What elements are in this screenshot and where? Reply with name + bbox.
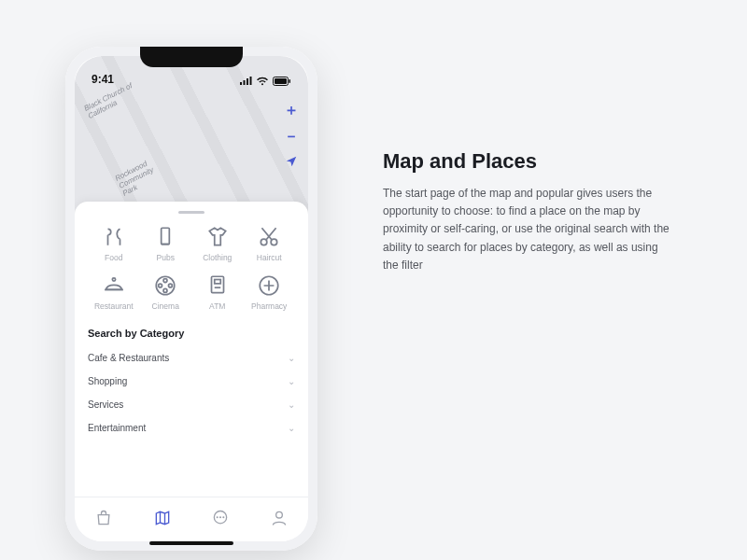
category-row[interactable]: Cafe & Restaurants⌄ bbox=[88, 346, 295, 370]
tab-chat[interactable] bbox=[211, 509, 230, 531]
restaurant-icon bbox=[102, 273, 126, 298]
quick-item-food[interactable]: Food bbox=[88, 225, 140, 262]
quick-category-grid: FoodPubsClothingHaircutRestaurantCinemaA… bbox=[88, 225, 295, 311]
quick-item-label: Food bbox=[105, 253, 122, 262]
atm-icon bbox=[205, 273, 230, 298]
status-icons bbox=[239, 77, 291, 86]
map-controls: ＋ － bbox=[284, 103, 299, 171]
page-body: The start page of the map and popular gi… bbox=[383, 185, 672, 274]
quick-item-atm[interactable]: ATM bbox=[191, 273, 244, 311]
clothing-icon bbox=[205, 225, 230, 249]
quick-item-restaurant[interactable]: Restaurant bbox=[88, 273, 140, 311]
chevron-down-icon: ⌄ bbox=[288, 399, 295, 410]
tab-bar bbox=[75, 497, 308, 541]
category-label: Cafe & Restaurants bbox=[88, 353, 169, 363]
map-icon bbox=[153, 509, 172, 527]
quick-item-label: ATM bbox=[209, 301, 225, 311]
pubs-icon bbox=[153, 225, 177, 249]
category-section-title: Search by Category bbox=[88, 328, 295, 339]
locate-button[interactable] bbox=[285, 155, 298, 171]
quick-item-label: Restaurant bbox=[94, 301, 134, 311]
quick-item-label: Pubs bbox=[157, 253, 175, 262]
tab-user[interactable] bbox=[270, 509, 289, 531]
quick-item-label: Clothing bbox=[203, 253, 232, 262]
tab-bag[interactable] bbox=[94, 509, 113, 531]
quick-item-label: Pharmacy bbox=[251, 301, 287, 311]
chevron-down-icon: ⌄ bbox=[288, 376, 295, 386]
category-label: Services bbox=[88, 399, 123, 410]
battery-icon bbox=[273, 77, 291, 86]
bag-icon bbox=[94, 509, 113, 527]
food-icon bbox=[102, 225, 126, 249]
svg-rect-1 bbox=[275, 78, 287, 84]
chevron-down-icon: ⌄ bbox=[288, 353, 295, 363]
svg-rect-2 bbox=[289, 79, 291, 83]
status-time: 9:41 bbox=[92, 73, 114, 86]
sheet-grabber[interactable] bbox=[178, 211, 204, 214]
category-row[interactable]: Entertainment⌄ bbox=[88, 416, 295, 440]
zoom-in-button[interactable]: ＋ bbox=[284, 103, 299, 118]
map-poi-label: Rockwood Community Park bbox=[114, 159, 159, 198]
places-sheet: FoodPubsClothingHaircutRestaurantCinemaA… bbox=[75, 202, 308, 541]
pharmacy-icon bbox=[257, 273, 281, 298]
wifi-icon bbox=[256, 77, 269, 86]
quick-item-cinema[interactable]: Cinema bbox=[140, 273, 192, 311]
user-icon bbox=[270, 509, 289, 527]
category-list: Cafe & Restaurants⌄Shopping⌄Services⌄Ent… bbox=[88, 346, 295, 440]
map-poi-label: Black Church of California bbox=[83, 82, 137, 120]
quick-item-haircut[interactable]: Haircut bbox=[244, 225, 296, 262]
category-row[interactable]: Services⌄ bbox=[88, 393, 295, 416]
home-indicator bbox=[149, 541, 233, 545]
category-row[interactable]: Shopping⌄ bbox=[88, 370, 295, 393]
chevron-down-icon: ⌄ bbox=[288, 423, 295, 433]
phone-notch bbox=[140, 47, 243, 67]
category-label: Entertainment bbox=[88, 423, 146, 433]
quick-item-label: Cinema bbox=[152, 301, 179, 311]
tab-map[interactable] bbox=[153, 509, 172, 531]
cinema-icon bbox=[153, 273, 177, 298]
page-title: Map and Places bbox=[383, 149, 672, 174]
quick-item-label: Haircut bbox=[257, 253, 282, 262]
quick-item-pharmacy[interactable]: Pharmacy bbox=[244, 273, 296, 311]
quick-item-pubs[interactable]: Pubs bbox=[140, 225, 192, 262]
chat-icon bbox=[211, 509, 230, 527]
category-label: Shopping bbox=[88, 376, 127, 386]
haircut-icon bbox=[257, 225, 281, 249]
quick-item-clothing[interactable]: Clothing bbox=[191, 225, 244, 262]
zoom-out-button[interactable]: － bbox=[284, 129, 299, 144]
phone-mockup: 9:41 Black Church of CaliforniaRockwood … bbox=[65, 47, 317, 551]
signal-icon bbox=[239, 77, 252, 86]
description-panel: Map and Places The start page of the map… bbox=[383, 47, 672, 274]
